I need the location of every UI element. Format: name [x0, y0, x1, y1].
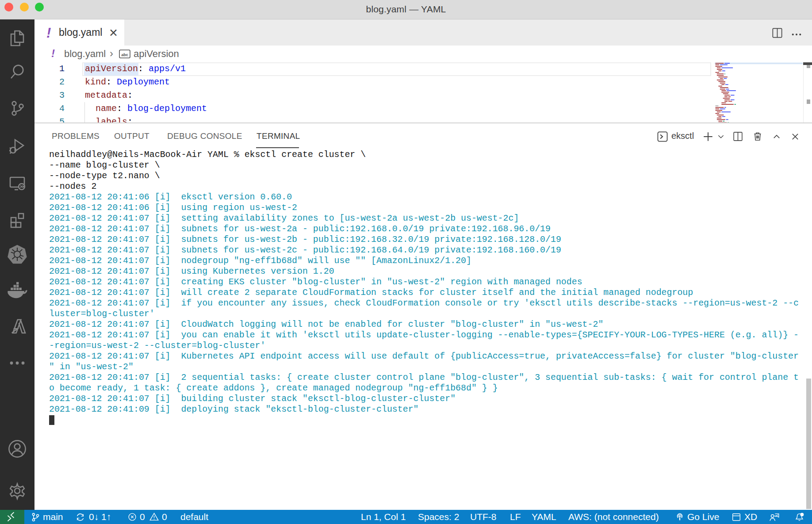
svg-text:abc: abc	[121, 53, 128, 57]
